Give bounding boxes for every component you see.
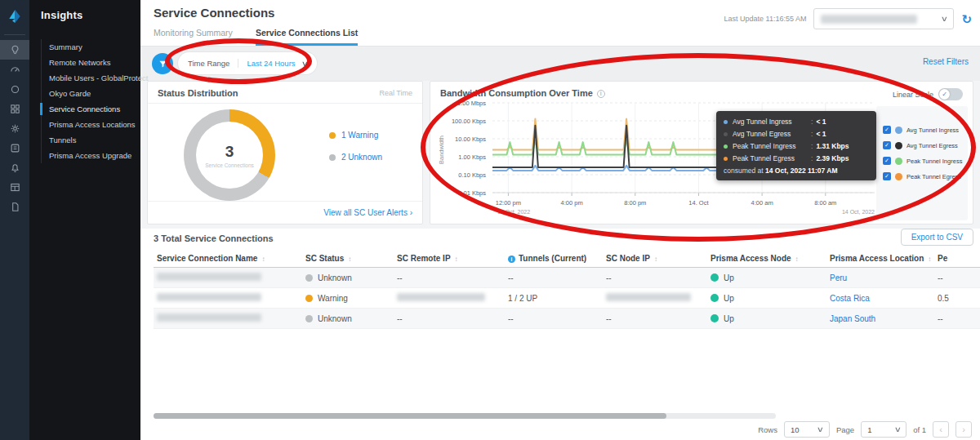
checkbox-checked-icon[interactable]: ✓ — [883, 126, 891, 134]
linear-scale-toggle[interactable]: ✓ — [938, 88, 963, 100]
checkbox-checked-icon[interactable]: ✓ — [883, 141, 891, 149]
speedometer-icon[interactable] — [0, 60, 29, 79]
cell-prisma-access-node: Up — [707, 309, 826, 329]
redacted-text — [157, 313, 261, 322]
column-header-sc-node-ip[interactable]: SC Node IP↕ — [603, 251, 707, 268]
lightbulb-icon[interactable] — [0, 40, 29, 60]
filter-button[interactable] — [152, 53, 173, 74]
legend-dot — [329, 132, 336, 139]
status-donut-chart: 3 Service Connections — [184, 109, 275, 201]
columns-icon[interactable] — [0, 177, 29, 197]
svg-text:14. Oct: 14. Oct — [688, 199, 709, 207]
cell-sc-remote-ip: -- — [394, 268, 505, 288]
legend-label: Avg Tunnel Ingress — [906, 127, 959, 134]
legend-dot — [895, 127, 902, 134]
next-page-button[interactable]: › — [956, 421, 972, 438]
table-row: Unknown------UpJapan South-- — [154, 309, 980, 329]
cell-prisma-access-location: Japan South — [826, 309, 934, 329]
svg-text:4:00 pm: 4:00 pm — [561, 199, 583, 207]
tooltip-series-value: 2.39 Kbps — [816, 154, 849, 162]
column-header-prisma-access-location[interactable]: Prisma Access Location↕ — [826, 251, 934, 268]
sidebar-item-prisma-access-locations[interactable]: Prisma Access Locations — [42, 117, 140, 132]
refresh-icon[interactable]: ↻ — [961, 13, 972, 25]
tooltip-series-value: 1.31 Kbps — [816, 142, 849, 150]
status-legend-item[interactable]: 1 Warning — [329, 131, 382, 140]
cell-service-connection-name — [154, 288, 302, 309]
svg-text:10.00 Kbps: 10.00 Kbps — [455, 136, 486, 143]
tooltip-series-label: Avg Tunnel Ingress — [733, 118, 808, 126]
chevron-down-icon: ∨ — [301, 60, 308, 68]
horizontal-scrollbar — [154, 413, 776, 419]
cell-peak: -- — [934, 268, 980, 288]
export-to-csv-button[interactable]: Export to CSV — [901, 229, 973, 246]
bandwidth-chart-card: Bandwidth Consumption Over Timei Linear … — [430, 81, 973, 224]
checkbox-checked-icon[interactable]: ✓ — [883, 157, 891, 165]
column-header-sc-remote-ip[interactable]: SC Remote IP↕ — [394, 251, 505, 268]
time-range-filter[interactable]: Time Range Last 24 Hours ∨ — [178, 52, 317, 74]
location-link[interactable]: Costa Rica — [830, 294, 870, 303]
bandwidth-legend-item: ✓Peak Tunnel Egress — [883, 172, 968, 180]
divider — [148, 103, 422, 104]
gear-icon[interactable] — [0, 118, 29, 138]
view-sc-user-alerts-link[interactable]: View all SC User Alerts › — [323, 208, 412, 217]
table-row: Unknown------UpPeru-- — [154, 268, 980, 288]
sort-icon[interactable]: ↕ — [261, 256, 265, 263]
tooltip-series-label: Peak Tunnel Egress — [733, 154, 808, 162]
sidebar-item-remote-networks[interactable]: Remote Networks — [42, 55, 140, 70]
prisma-access-logo[interactable] — [0, 0, 29, 33]
checkbox-checked-icon[interactable]: ✓ — [883, 172, 891, 180]
cell-prisma-access-location: Peru — [826, 268, 934, 288]
circle-icon[interactable] — [0, 79, 29, 99]
file-icon[interactable] — [0, 197, 29, 216]
linear-scale-label: Linear Scale — [893, 91, 933, 99]
sidebar-item-service-connections[interactable]: Service Connections — [42, 101, 140, 117]
chart-tooltip: Avg Tunnel Ingress:< 1Avg Tunnel Egress:… — [716, 111, 876, 180]
rows-label: Rows — [758, 425, 777, 434]
sidebar-item-tunnels[interactable]: Tunnels — [42, 132, 140, 148]
sidebar-item-summary[interactable]: Summary — [42, 39, 140, 55]
donut-total: 3 — [225, 143, 234, 161]
sidebar-item-prisma-access-upgrade[interactable]: Prisma Access Upgrade — [42, 148, 140, 163]
sidebar-item-okyo-garde[interactable]: Okyo Garde — [42, 86, 140, 101]
card-footer: View all SC User Alerts › — [148, 201, 422, 224]
tab-monitoring-summary[interactable]: Monitoring Summary — [154, 28, 233, 46]
service-connections-table: Service Connection Name↕SC Status↕SC Rem… — [154, 251, 980, 329]
scrollbar-thumb[interactable] — [154, 413, 666, 419]
status-legend-item[interactable]: 2 Unknown — [329, 153, 382, 162]
location-link[interactable]: Japan South — [830, 314, 875, 323]
cell-tunnels: 1 / 2 UP — [505, 288, 603, 309]
column-header-pe[interactable]: Pe — [934, 251, 980, 268]
redacted-text — [157, 293, 261, 301]
bell-icon[interactable] — [0, 158, 29, 177]
rows-per-page-select[interactable]: 10∨ — [784, 421, 830, 438]
legend-label: Peak Tunnel Ingress — [906, 158, 962, 165]
sort-icon[interactable]: ↕ — [348, 256, 351, 263]
panel-icon[interactable] — [0, 138, 29, 158]
account-dropdown[interactable]: ∨ — [813, 8, 954, 29]
page-select[interactable]: 1∨ — [861, 421, 906, 438]
cell-prisma-access-node: Up — [707, 288, 826, 309]
column-header-sc-status[interactable]: SC Status↕ — [302, 251, 394, 268]
status-dot — [305, 274, 313, 282]
funnel-icon — [158, 60, 167, 69]
sort-icon[interactable]: ↕ — [795, 256, 799, 263]
apps-icon[interactable] — [0, 99, 29, 118]
location-link[interactable]: Peru — [830, 273, 847, 282]
sort-icon[interactable]: ↕ — [654, 256, 657, 263]
sidebar-item-mobile-users-globalprotect[interactable]: Mobile Users - GlobalProtect — [42, 70, 140, 86]
reset-filters-link[interactable]: Reset Filters — [923, 57, 969, 66]
previous-page-button[interactable]: ‹ — [933, 421, 949, 438]
up-status-dot — [710, 273, 719, 282]
column-header-prisma-access-node[interactable]: Prisma Access Node↕ — [707, 251, 826, 268]
svg-text:13 Oct, 2022: 13 Oct, 2022 — [497, 209, 530, 215]
tab-service-connections-list[interactable]: Service Connections List — [256, 28, 358, 46]
column-header-service-connection-name[interactable]: Service Connection Name↕ — [154, 251, 302, 268]
status-dot — [305, 315, 313, 322]
legend-label: 1 Warning — [341, 131, 378, 140]
column-header-tunnels-current-[interactable]: iTunnels (Current) — [505, 251, 603, 268]
sort-icon[interactable]: ↕ — [455, 256, 458, 263]
up-status-dot — [710, 294, 719, 302]
svg-text:0.01 Kbps: 0.01 Kbps — [458, 189, 486, 197]
sort-icon[interactable]: ↕ — [928, 256, 931, 263]
svg-text:1.00 Kbps: 1.00 Kbps — [458, 153, 486, 161]
